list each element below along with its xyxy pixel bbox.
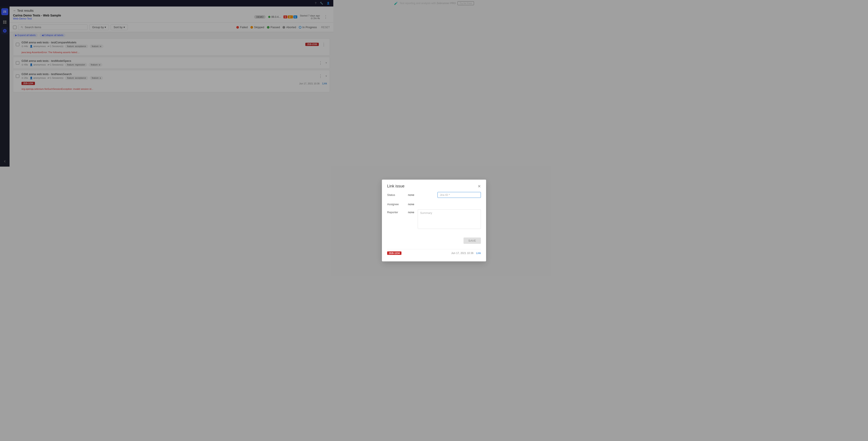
modal-overlay[interactable]: Link issue ✕ Status none Assignee none R… <box>0 0 333 166</box>
